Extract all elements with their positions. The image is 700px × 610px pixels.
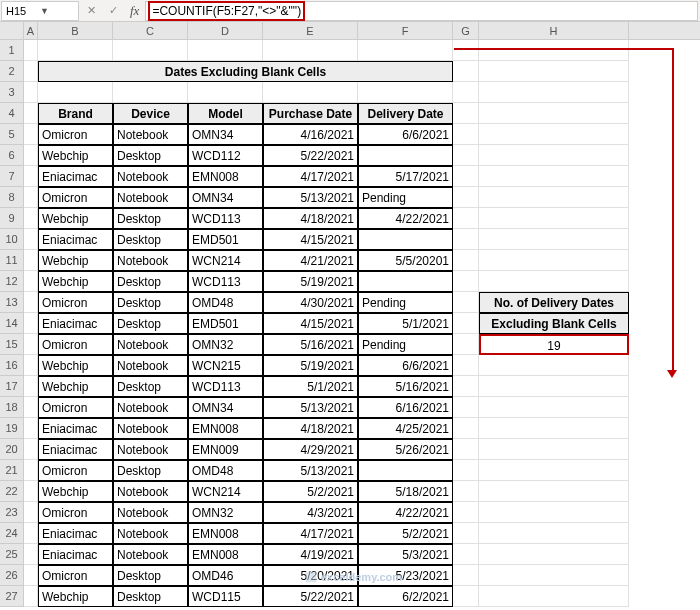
cell-brand[interactable]: Eniacimac [38,523,113,544]
cell-brand[interactable]: Webchip [38,355,113,376]
cell-purchase-date[interactable]: 4/21/2021 [263,250,358,271]
empty-cell[interactable] [479,502,629,523]
empty-cell[interactable] [24,460,38,481]
cell-model[interactable]: WCN214 [188,250,263,271]
cell-purchase-date[interactable]: 4/29/2021 [263,439,358,460]
row-header-15[interactable]: 15 [0,334,24,355]
empty-cell[interactable] [24,355,38,376]
result-cell[interactable]: 19 [479,334,629,355]
row-header-18[interactable]: 18 [0,397,24,418]
col-header-d[interactable]: D [188,22,263,39]
row-header-22[interactable]: 22 [0,481,24,502]
cell-device[interactable]: Notebook [113,418,188,439]
empty-cell[interactable] [479,376,629,397]
cell-device[interactable]: Notebook [113,355,188,376]
empty-cell[interactable] [38,82,113,103]
cell-device[interactable]: Notebook [113,397,188,418]
row-header-24[interactable]: 24 [0,523,24,544]
cell-brand[interactable]: Eniacimac [38,229,113,250]
empty-cell[interactable] [24,544,38,565]
cell-device[interactable]: Notebook [113,334,188,355]
cell-model[interactable]: EMN009 [188,439,263,460]
cell-model[interactable]: WCN215 [188,355,263,376]
row-header-9[interactable]: 9 [0,208,24,229]
cell-model[interactable]: OMN32 [188,502,263,523]
cell-purchase-date[interactable]: 5/13/2021 [263,460,358,481]
empty-cell[interactable] [479,187,629,208]
empty-cell[interactable] [453,334,479,355]
cell-brand[interactable]: Omicron [38,334,113,355]
empty-cell[interactable] [24,82,38,103]
row-header-10[interactable]: 10 [0,229,24,250]
cell-delivery-date[interactable]: 4/22/2021 [358,208,453,229]
row-header-27[interactable]: 27 [0,586,24,607]
cell-purchase-date[interactable]: 4/18/2021 [263,418,358,439]
empty-cell[interactable] [479,82,629,103]
cell-device[interactable]: Notebook [113,544,188,565]
row-header-16[interactable]: 16 [0,355,24,376]
row-header-25[interactable]: 25 [0,544,24,565]
empty-cell[interactable] [479,166,629,187]
row-header-4[interactable]: 4 [0,103,24,124]
empty-cell[interactable] [24,523,38,544]
cell-model[interactable]: OMN34 [188,187,263,208]
cell-device[interactable]: Desktop [113,292,188,313]
cell-model[interactable]: EMN008 [188,166,263,187]
cell-brand[interactable]: Webchip [38,145,113,166]
row-header-23[interactable]: 23 [0,502,24,523]
empty-cell[interactable] [24,334,38,355]
empty-cell[interactable] [453,355,479,376]
cell-delivery-date[interactable]: Pending [358,334,453,355]
cell-model[interactable]: WCD113 [188,271,263,292]
empty-cell[interactable] [479,250,629,271]
cell-delivery-date[interactable]: 5/1/2021 [358,313,453,334]
empty-cell[interactable] [453,565,479,586]
cell-model[interactable]: EMD501 [188,313,263,334]
empty-cell[interactable] [479,565,629,586]
cell-device[interactable]: Desktop [113,460,188,481]
empty-cell[interactable] [479,397,629,418]
empty-cell[interactable] [453,229,479,250]
empty-cell[interactable] [453,313,479,334]
empty-cell[interactable] [24,229,38,250]
empty-cell[interactable] [479,40,629,61]
row-header-26[interactable]: 26 [0,565,24,586]
empty-cell[interactable] [38,40,113,61]
select-all-corner[interactable] [0,22,24,39]
cell-device[interactable]: Desktop [113,565,188,586]
empty-cell[interactable] [188,40,263,61]
cell-model[interactable]: WCD113 [188,376,263,397]
cell-purchase-date[interactable]: 4/3/2021 [263,502,358,523]
empty-cell[interactable] [479,586,629,607]
empty-cell[interactable] [24,208,38,229]
cell-delivery-date[interactable] [358,271,453,292]
cell-delivery-date[interactable] [358,460,453,481]
formula-input[interactable]: =COUNTIF(F5:F27,"<>"&"") [145,1,698,21]
col-header-a[interactable]: A [24,22,38,39]
empty-cell[interactable] [453,82,479,103]
empty-cell[interactable] [24,145,38,166]
row-header-13[interactable]: 13 [0,292,24,313]
empty-cell[interactable] [453,502,479,523]
cell-delivery-date[interactable]: 6/6/2021 [358,355,453,376]
cell-device[interactable]: Notebook [113,523,188,544]
cell-brand[interactable]: Webchip [38,376,113,397]
empty-cell[interactable] [453,397,479,418]
empty-cell[interactable] [453,208,479,229]
row-header-20[interactable]: 20 [0,439,24,460]
cell-brand[interactable]: Omicron [38,124,113,145]
cell-purchase-date[interactable]: 5/19/2021 [263,271,358,292]
cell-device[interactable]: Desktop [113,271,188,292]
side-header-2[interactable]: Excluding Blank Cells [479,313,629,334]
empty-cell[interactable] [453,376,479,397]
empty-cell[interactable] [24,40,38,61]
cell-device[interactable]: Desktop [113,229,188,250]
cell-delivery-date[interactable]: 5/18/2021 [358,481,453,502]
cell-brand[interactable]: Omicron [38,187,113,208]
empty-cell[interactable] [24,61,38,82]
empty-cell[interactable] [479,124,629,145]
row-header-2[interactable]: 2 [0,61,24,82]
empty-cell[interactable] [479,103,629,124]
empty-cell[interactable] [453,250,479,271]
cell-purchase-date[interactable]: 4/17/2021 [263,166,358,187]
